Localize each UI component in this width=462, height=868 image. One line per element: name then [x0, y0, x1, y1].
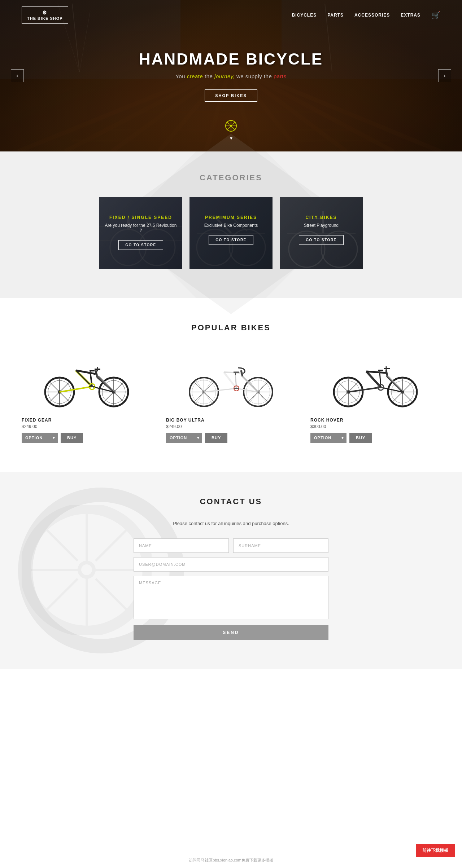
option-select-wrapper-1: OPTION SMLXL	[22, 433, 58, 443]
subtitle-supply: we supply the	[236, 73, 274, 79]
buy-button-2[interactable]: BUY	[205, 433, 227, 443]
option-select-2[interactable]: OPTION SMLXL	[166, 433, 202, 443]
svg-line-149	[96, 523, 134, 561]
bike-img-3	[310, 347, 440, 412]
category-card-fixed[interactable]: FIXED / SINGLE SPEED Are you ready for t…	[99, 197, 182, 269]
shop-bikes-button[interactable]: SHOP BIKES	[205, 89, 257, 102]
bike-item-2: BIG BOY ULTRA $249.00 OPTION SMLXL BUY	[166, 347, 296, 443]
bike-price-1: $249.00	[22, 424, 152, 429]
bikes-grid: FIXED GEAR $249.00 OPTION SMLXL BUY	[22, 347, 440, 443]
buy-button-3[interactable]: BUY	[349, 433, 372, 443]
svg-point-21	[230, 125, 232, 127]
svg-line-103	[241, 370, 243, 376]
bike-img-2	[166, 347, 296, 412]
card-store-button-3[interactable]: GO TO STORE	[299, 235, 344, 245]
nav-extras[interactable]: EXTRAS	[401, 13, 420, 18]
option-select-1[interactable]: OPTION SMLXL	[22, 433, 58, 443]
subtitle-prefix: You	[175, 73, 187, 79]
contact-bg-wheel	[22, 505, 152, 636]
card-store-button-2[interactable]: GO TO STORE	[209, 235, 253, 245]
svg-point-142	[79, 563, 94, 577]
name-input[interactable]	[134, 538, 229, 553]
form-name-row	[134, 538, 328, 553]
bike-item-1: FIXED GEAR $249.00 OPTION SMLXL BUY	[22, 347, 152, 443]
option-select-3[interactable]: OPTION SMLXL	[310, 433, 346, 443]
nav-bicycles[interactable]: BICYCLES	[292, 13, 317, 18]
hero-next-button[interactable]: ›	[438, 69, 451, 82]
card-desc-1: Are you ready for the 27.5 Revloution ?	[105, 223, 177, 233]
message-input[interactable]	[134, 576, 328, 619]
contact-section: CONTACT US Please contact us for all inq…	[0, 472, 462, 669]
card-store-button-1[interactable]: GO TO STORE	[118, 240, 163, 250]
bike-controls-3: OPTION SMLXL BUY	[310, 433, 440, 443]
card-label-3: CITY BIKES	[285, 215, 357, 220]
category-card-premium[interactable]: PREMIMUM SERIES Exclusive Bike Component…	[189, 197, 273, 269]
option-select-wrapper-2: OPTION SMLXL	[166, 433, 202, 443]
main-nav: BICYCLES PARTS ACCESSORIES EXTRAS 🛒	[292, 11, 440, 19]
hero-wheel-decoration: ▾	[225, 119, 237, 141]
scroll-down-icon: ▾	[225, 136, 237, 141]
svg-line-129	[366, 371, 386, 373]
svg-line-101	[224, 372, 236, 388]
email-input[interactable]	[134, 557, 328, 572]
categories-grid: FIXED / SINGLE SPEED Are you ready for t…	[0, 197, 462, 269]
svg-line-26	[227, 122, 230, 124]
card-content-1: FIXED / SINGLE SPEED Are you ready for t…	[99, 197, 182, 257]
hero-content: HANDMADE BICYCLE You create the journey,…	[139, 50, 323, 102]
card-label-1: FIXED / SINGLE SPEED	[105, 215, 177, 220]
hero-subtitle: You create the journey, we supply the pa…	[139, 73, 323, 79]
bike-name-3: ROCK HOVER	[310, 418, 440, 423]
bike-name-1: FIXED GEAR	[22, 418, 152, 423]
cart-icon[interactable]: 🛒	[431, 11, 440, 19]
logo-icon: ⚙	[27, 10, 63, 16]
surname-input[interactable]	[233, 538, 328, 553]
categories-section: CATEGORIES FIXED / SINGLE SPEED	[0, 151, 462, 298]
svg-line-99	[204, 388, 236, 392]
svg-line-148	[96, 579, 134, 617]
contact-form: SEND	[134, 538, 328, 640]
svg-line-28	[232, 122, 235, 124]
hero-prev-button[interactable]: ‹	[11, 69, 24, 82]
svg-line-147	[40, 523, 78, 561]
bike-controls-2: OPTION SMLXL BUY	[166, 433, 296, 443]
card-content-3: CITY BIKES Street Playground GO TO STORE	[280, 197, 363, 252]
buy-button-1[interactable]: BUY	[61, 433, 83, 443]
subtitle-create: create	[187, 73, 203, 79]
category-card-city[interactable]: CITY BIKES Street Playground GO TO STORE	[280, 197, 363, 269]
card-content-2: PREMIMUM SERIES Exclusive Bike Component…	[189, 197, 273, 252]
bike-name-2: BIG BOY ULTRA	[166, 418, 296, 423]
card-desc-2: Exclusive Bike Components	[195, 223, 267, 228]
bike-price-2: $249.00	[166, 424, 296, 429]
form-email-row	[134, 557, 328, 572]
card-label-2: PREMIMUM SERIES	[195, 215, 267, 220]
popular-section: POPULAR BIKES	[0, 298, 462, 472]
logo-text: THE BIKE SHOP	[27, 16, 63, 21]
svg-line-29	[227, 127, 230, 130]
popular-title: POPULAR BIKES	[22, 323, 440, 332]
bike-img-1	[22, 347, 152, 412]
svg-line-27	[232, 127, 235, 130]
send-button[interactable]: SEND	[134, 625, 328, 640]
nav-accessories[interactable]: ACCESSORIES	[354, 13, 390, 18]
nav-parts[interactable]: PARTS	[327, 13, 344, 18]
bike-controls-1: OPTION SMLXL BUY	[22, 433, 152, 443]
card-desc-3: Street Playground	[285, 223, 357, 228]
hero-title: HANDMADE BICYCLE	[139, 50, 323, 68]
subtitle-journey: journey,	[214, 73, 235, 79]
option-select-wrapper-3: OPTION SMLXL	[310, 433, 346, 443]
bike-item-3: ROCK HOVER $300.00 OPTION SMLXL BUY	[310, 347, 440, 443]
svg-line-126	[348, 387, 381, 392]
logo: ⚙ THE BIKE SHOP	[22, 6, 68, 24]
bike-price-3: $300.00	[310, 424, 440, 429]
svg-line-150	[40, 579, 78, 617]
subtitle-middle: the	[205, 73, 214, 79]
subtitle-parts: parts	[274, 73, 287, 79]
